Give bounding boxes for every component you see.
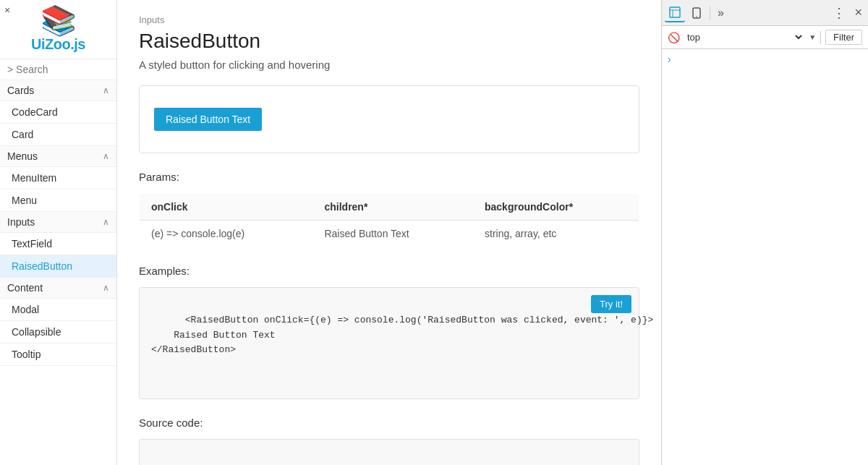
- try-it-button[interactable]: Try it!: [591, 295, 631, 313]
- chevron-up-icon-inputs: ∧: [103, 217, 109, 227]
- svg-point-4: [696, 16, 697, 17]
- sidebar-section-menus-label: Menus: [7, 150, 38, 162]
- params-table: onClick children* backgroundColor* (e) =…: [139, 193, 639, 247]
- main-content: Inputs RaisedButton A styled button for …: [117, 0, 661, 465]
- params-label: Params:: [139, 171, 639, 183]
- sidebar-item-menuitem[interactable]: MenuItem: [0, 167, 116, 189]
- source-section: Source code: <RaisedButton onClick={(...…: [139, 417, 639, 465]
- sidebar-item-collapsible[interactable]: Collapsible: [0, 321, 116, 344]
- logo-icon: 📚: [41, 6, 77, 35]
- sidebar-item-textfield[interactable]: TextField: [0, 233, 116, 255]
- filter-separator: [820, 31, 821, 44]
- devtools-context-select[interactable]: top: [684, 31, 804, 43]
- devtools-more-button[interactable]: »: [713, 4, 728, 22]
- sidebar-section-cards[interactable]: Cards ∧: [0, 80, 116, 101]
- page-title: RaisedButton: [139, 30, 639, 53]
- breadcrumb: Inputs: [139, 14, 639, 25]
- chevron-up-icon-menus: ∧: [103, 151, 109, 161]
- sidebar-item-menu[interactable]: Menu: [0, 189, 116, 212]
- devtools-close-button[interactable]: ×: [851, 2, 865, 23]
- source-code-box: <RaisedButton onClick={(...)}> Raised Bu…: [139, 439, 639, 465]
- examples-label: Examples:: [139, 265, 639, 277]
- sidebar-section-menus[interactable]: Menus ∧: [0, 146, 116, 167]
- params-col-bgcolor: backgroundColor*: [473, 194, 639, 221]
- sidebar-section-cards-label: Cards: [7, 85, 34, 96]
- params-col-children: children*: [312, 194, 473, 221]
- table-row: (e) => console.log(e) Raised Button Text…: [140, 221, 639, 247]
- logo-area: 📚 UiZoo.js: [0, 0, 116, 59]
- filter-button[interactable]: Filter: [825, 30, 862, 45]
- example-code-box: <RaisedButton onClick={(e) => console.lo…: [139, 287, 639, 399]
- logo-title: UiZoo.js: [31, 36, 85, 53]
- kebab-icon: ⋮: [833, 5, 846, 21]
- params-val-children: Raised Button Text: [312, 221, 473, 247]
- sidebar-section-inputs[interactable]: Inputs ∧: [0, 212, 116, 233]
- page-description: A styled button for clicking and hoverin…: [139, 59, 639, 71]
- more-icon: »: [718, 7, 724, 20]
- sidebar-item-raisedbutton[interactable]: RaisedButton: [0, 255, 116, 278]
- examples-section: Examples: <RaisedButton onClick={(e) => …: [139, 265, 639, 399]
- example-code: <RaisedButton onClick={(e) => console.lo…: [151, 315, 653, 356]
- window-close-button[interactable]: ×: [4, 4, 10, 16]
- devtools-filterbar: 🚫 top ▼ Filter: [662, 26, 868, 49]
- devtools-expand-arrow[interactable]: ›: [668, 54, 671, 65]
- params-val-onclick: (e) => console.log(e): [140, 221, 313, 247]
- sidebar-item-modal[interactable]: Modal: [0, 299, 116, 321]
- demo-raised-button[interactable]: Raised Button Text: [154, 108, 262, 131]
- sidebar-section-content-label: Content: [7, 282, 43, 294]
- sidebar-section-inputs-label: Inputs: [7, 216, 35, 228]
- devtools-inspect-button[interactable]: [665, 4, 685, 22]
- devtools-kebab-button[interactable]: ⋮: [828, 2, 850, 24]
- params-col-onclick: onClick: [140, 194, 313, 221]
- sidebar-item-codecard[interactable]: CodeCard: [0, 101, 116, 124]
- search-item[interactable]: > Search: [0, 59, 116, 80]
- devtools-sep-1: [710, 6, 710, 20]
- chevron-up-icon-content: ∧: [103, 283, 109, 293]
- sidebar-item-tooltip[interactable]: Tooltip: [0, 344, 116, 366]
- filter-no-icon: 🚫: [668, 32, 680, 43]
- devtools-content: ›: [662, 49, 868, 465]
- demo-box: Raised Button Text: [139, 85, 639, 153]
- devtools-toolbar: » ⋮ ×: [662, 0, 868, 26]
- sidebar-item-card[interactable]: Card: [0, 124, 116, 146]
- source-label: Source code:: [139, 417, 639, 429]
- filter-arrow-icon: ▼: [809, 33, 816, 41]
- params-val-bgcolor: string, array, etc: [473, 221, 639, 247]
- sidebar-section-content[interactable]: Content ∧: [0, 278, 116, 299]
- params-section: Params: onClick children* backgroundColo…: [139, 171, 639, 247]
- sidebar: × 📚 UiZoo.js > Search Cards ∧ CodeCard C…: [0, 0, 117, 465]
- devtools-panel: » ⋮ × 🚫 top ▼ Filter ›: [661, 0, 868, 465]
- svg-rect-0: [670, 7, 680, 17]
- chevron-up-icon: ∧: [103, 85, 109, 95]
- devtools-device-button[interactable]: [686, 4, 707, 22]
